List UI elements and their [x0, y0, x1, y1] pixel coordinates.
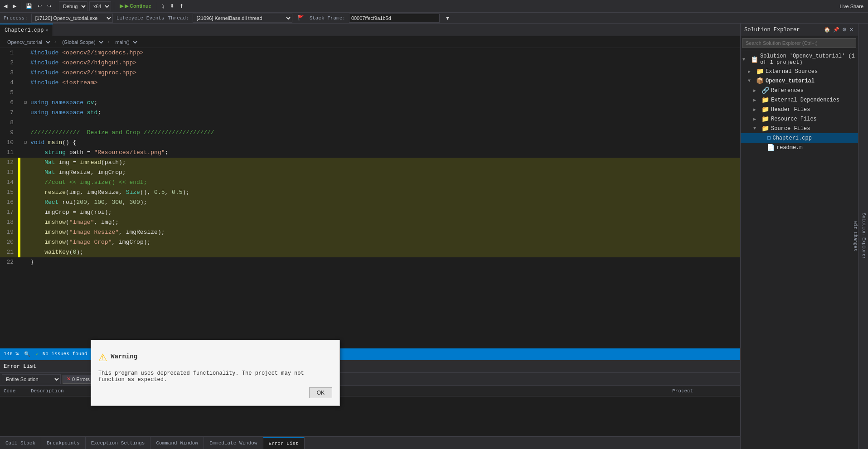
- solution-icon: 📋: [751, 56, 758, 63]
- se-home-btn[interactable]: 🏠: [823, 26, 831, 34]
- breadcrumb-func-select[interactable]: main(): [112, 37, 139, 47]
- breadcrumb-project-select[interactable]: Opencv_tutorial: [4, 37, 52, 47]
- expand-icon-project: ▼: [748, 78, 754, 83]
- se-resource-files[interactable]: ▶ 📁 Resource Files: [741, 114, 858, 124]
- code-line-15: 15 resize(img, imgResize, Size(), 0.5, 0…: [0, 188, 740, 198]
- code-scroll-area[interactable]: 1 #include <opencv2/imgcodecs.hpp> 2 #in…: [0, 48, 740, 348]
- redo-btn[interactable]: ↪: [45, 2, 53, 10]
- debug-config-dropdown[interactable]: Debug: [59, 1, 87, 11]
- forward-btn[interactable]: ▶: [11, 2, 18, 10]
- expand-icon-sources: ▼: [753, 126, 760, 131]
- tab-error-list[interactable]: Error List: [263, 437, 305, 449]
- stack-frame-input[interactable]: [349, 14, 440, 23]
- expand-icon-refs: ▶: [753, 88, 760, 93]
- code-line-21: 21 waitKey(0);: [0, 247, 740, 257]
- se-chapter1-cpp[interactable]: ⊞ Chapter1.cpp: [741, 133, 858, 143]
- editor-tab-chapter1[interactable]: Chapter1.cpp ✕: [0, 24, 53, 36]
- code-line-14: 14 //cout << img.size() << endl;: [0, 178, 740, 188]
- step-into-btn[interactable]: ⬇: [168, 2, 176, 10]
- warning-ok-btn[interactable]: OK: [309, 387, 332, 398]
- expand-icon-header: ▶: [753, 107, 760, 112]
- chapter1-cpp-label: Chapter1.cpp: [772, 135, 811, 141]
- project-label: Opencv_tutorial: [766, 78, 815, 84]
- warning-header: ⚠ Warning: [98, 348, 332, 366]
- breadcrumb-scope-select[interactable]: (Global Scope): [58, 37, 105, 47]
- debug-indicator-12: [18, 158, 20, 168]
- tab-breakpoints[interactable]: Breakpoints: [41, 437, 86, 449]
- warning-title: Warning: [111, 353, 137, 360]
- live-share-btn[interactable]: Live Share: [837, 3, 866, 10]
- se-search-input[interactable]: [742, 38, 856, 48]
- solution-label: Solution 'Opencv_tutorial' (1 of 1 proje…: [760, 53, 856, 66]
- se-close-btn[interactable]: ✕: [849, 26, 854, 34]
- se-settings-btn[interactable]: ⚙: [841, 26, 848, 34]
- call-stack-tab-label: Call Stack: [5, 440, 35, 446]
- se-header-buttons: 🏠 📌 ⚙ ✕: [823, 26, 854, 34]
- references-icon: 🔗: [761, 87, 769, 94]
- se-opencv-tutorial[interactable]: ▼ 📦 Opencv_tutorial: [741, 76, 858, 86]
- expand-icon-ext-deps: ▶: [753, 97, 760, 103]
- debug-indicator-20: [18, 237, 20, 247]
- col-code-header: Code: [2, 388, 29, 394]
- breadcrumb-sep2: ›: [107, 39, 110, 45]
- se-source-files[interactable]: ▼ 📁 Source Files: [741, 124, 858, 133]
- references-label: References: [771, 87, 804, 94]
- expand-icon-ext: ▶: [748, 69, 754, 74]
- git-changes-side-tab[interactable]: Git Changes: [851, 217, 859, 255]
- tab-label: Chapter1.cpp: [5, 27, 44, 34]
- back-btn[interactable]: ◀: [2, 2, 9, 10]
- debug-indicator-19: [18, 227, 20, 237]
- tab-call-stack[interactable]: Call Stack: [0, 437, 41, 449]
- debug-indicator-13: [18, 168, 20, 178]
- tab-immediate-window[interactable]: Immediate Window: [204, 437, 263, 449]
- source-files-label: Source Files: [771, 126, 810, 132]
- sep3: [114, 2, 114, 10]
- error-list-title: Error List: [4, 363, 36, 370]
- platform-dropdown[interactable]: x64: [89, 1, 111, 11]
- debug-indicator-21: [18, 247, 20, 257]
- se-pin-btn[interactable]: 📌: [832, 26, 840, 34]
- external-sources-label: External Sources: [766, 68, 818, 75]
- tab-close-btn[interactable]: ✕: [45, 28, 48, 33]
- se-references[interactable]: ▶ 🔗 References: [741, 86, 858, 95]
- side-tabs: Solution Explorer Git Changes: [858, 24, 868, 449]
- code-line-1: 1 #include <opencv2/imgcodecs.hpp>: [0, 48, 740, 58]
- thread-dropdown[interactable]: [21096] KernelBase.dll thread: [193, 14, 292, 23]
- se-readme-m[interactable]: 📄 readme.m: [741, 143, 858, 152]
- errors-count: 0 Errors: [72, 377, 90, 382]
- errors-filter-btn[interactable]: ✕ 0 Errors: [63, 375, 94, 384]
- step-over-btn[interactable]: ⤵: [160, 3, 166, 10]
- tab-command-window[interactable]: Command Window: [150, 437, 204, 449]
- code-line-16: 16 Rect roi(200, 100, 300, 300);: [0, 198, 740, 208]
- se-external-deps[interactable]: ▶ 📁 External Dependencies: [741, 95, 858, 105]
- error-icon: ✕: [67, 376, 71, 382]
- tab-exception-settings[interactable]: Exception Settings: [86, 437, 151, 449]
- code-line-2: 2 #include <opencv2/highgui.hpp>: [0, 58, 740, 68]
- status-text: No issues found: [43, 351, 87, 357]
- project-icon: 📦: [756, 77, 764, 85]
- code-line-11: 11 string path = "Resources/test.png";: [0, 148, 740, 158]
- se-external-sources[interactable]: ▶ 📁 External Sources: [741, 67, 858, 76]
- zoom-btn[interactable]: 🔍: [22, 350, 32, 358]
- zoom-level: 146 %: [4, 351, 19, 357]
- resource-files-icon: 📁: [761, 115, 769, 123]
- tab-bar: Chapter1.cpp ✕: [0, 24, 740, 36]
- se-solution-root[interactable]: ▼ 📋 Solution 'Opencv_tutorial' (1 of 1 p…: [741, 52, 858, 67]
- scope-dropdown[interactable]: Entire Solution: [2, 374, 61, 384]
- continue-btn[interactable]: ▶ ▶ Continue: [117, 2, 154, 10]
- sep1: [21, 2, 21, 10]
- solution-explorer-side-tab[interactable]: Solution Explorer: [859, 209, 868, 263]
- process-dropdown[interactable]: [17120] Opencv_tutorial.exe: [31, 14, 113, 23]
- exception-settings-tab-label: Exception Settings: [91, 440, 145, 446]
- undo-btn[interactable]: ↩: [36, 2, 44, 10]
- error-list-tab-label: Error List: [269, 441, 299, 446]
- thread-flag-btn[interactable]: 🚩: [296, 14, 306, 22]
- code-editor[interactable]: 1 #include <opencv2/imgcodecs.hpp> 2 #in…: [0, 48, 740, 348]
- se-header-files[interactable]: ▶ 📁 Header Files: [741, 105, 858, 114]
- step-out-btn[interactable]: ⬆: [178, 2, 185, 10]
- code-line-4: 4 #include <iostream>: [0, 78, 740, 88]
- se-search-bar: [741, 36, 858, 50]
- save-btn[interactable]: 💾: [24, 2, 34, 10]
- stack-expand-btn[interactable]: ▼: [443, 14, 452, 22]
- expand-icon-solution: ▼: [742, 57, 749, 62]
